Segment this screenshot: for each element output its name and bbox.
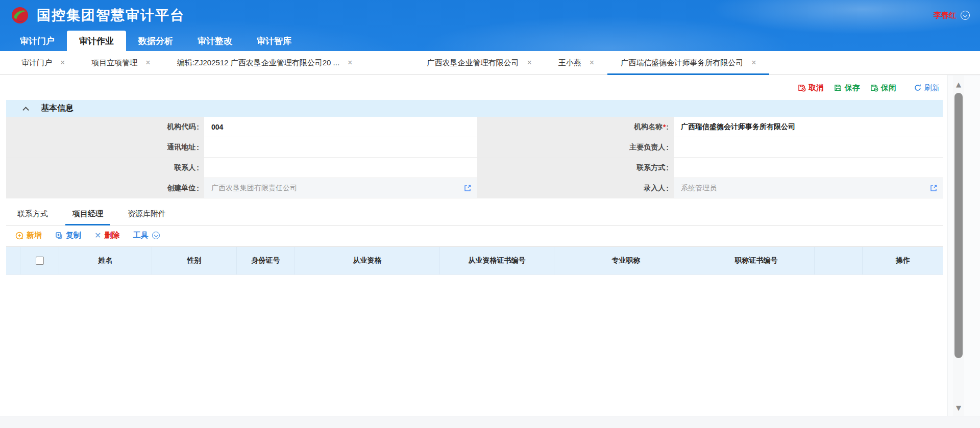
column-qualification-cert-no: 从业资格证书编号	[440, 247, 554, 274]
column-title-cert-no: 职称证书编号	[698, 247, 815, 274]
form-row: 机构代码: 004 机构名称*: 广西瑞信盛德会计师事务所有限公司	[6, 117, 943, 137]
column-id-number: 身份证号	[237, 247, 295, 274]
column-blank	[815, 247, 863, 274]
row-spacer-column	[6, 247, 20, 274]
save-close-icon	[870, 84, 878, 92]
table-toolbar: 新增 复制 ✕ 删除 工具	[6, 225, 943, 245]
close-icon[interactable]: ×	[527, 59, 531, 67]
scrollbar-thumb[interactable]	[954, 93, 963, 358]
tools-chevron-down-icon	[152, 232, 160, 239]
detail-subtabs: 联系方式 项目经理 资源库附件	[6, 203, 943, 225]
add-button[interactable]: 新增	[15, 231, 42, 240]
column-professional-title: 专业职称	[554, 247, 698, 274]
org-code-label: 机构代码:	[6, 117, 204, 137]
contact-person-label: 联系人:	[6, 158, 204, 178]
external-link-icon[interactable]	[464, 185, 471, 192]
refresh-button[interactable]: 刷新	[914, 83, 940, 93]
close-icon[interactable]: ×	[590, 59, 594, 67]
close-icon[interactable]: ×	[60, 59, 65, 67]
contact-method-label: 联系方式:	[477, 158, 674, 178]
primary-nav: 审计门户 审计作业 数据分析 审计整改 审计智库	[0, 31, 980, 51]
doc-tab-project-approval[interactable]: 项目立项管理 ×	[78, 51, 163, 74]
action-buttons: 取消 保存 保闭 刷新	[6, 81, 943, 95]
copy-icon	[55, 232, 63, 239]
subtab-project-manager[interactable]: 项目经理	[65, 203, 110, 225]
user-chevron-down-icon[interactable]	[961, 11, 970, 20]
scroll-down-icon[interactable]: ▼	[953, 404, 964, 412]
doc-tab-audit-portal[interactable]: 审计门户 ×	[8, 51, 78, 74]
doc-tab-gx-nongken[interactable]: 广西农垦企业管理有限公司 ×	[413, 51, 545, 74]
address-label: 通讯地址:	[6, 137, 204, 157]
contact-person-field[interactable]	[204, 158, 477, 178]
page: 国控集团智慧审计平台 李春红 审计门户 审计作业 数据分析 审计整改 审计智库 …	[0, 0, 980, 428]
user-menu[interactable]: 李春红	[934, 11, 970, 20]
section-title: 基本信息	[41, 103, 74, 114]
user-name: 李春红	[934, 11, 957, 20]
close-icon[interactable]: ×	[751, 59, 756, 67]
org-name-field[interactable]: 广西瑞信盛德会计师事务所有限公司	[674, 117, 943, 137]
column-gender: 性别	[152, 247, 237, 274]
external-link-icon[interactable]	[930, 185, 937, 192]
collapse-chevron-up-icon[interactable]	[23, 106, 29, 111]
bottom-strip	[0, 416, 980, 428]
document-tabbar: 审计门户 × 项目立项管理 × 编辑:ZJ202512 广西农垦企业管理有限公司…	[0, 51, 980, 75]
select-all-checkbox[interactable]	[36, 257, 44, 265]
cancel-button[interactable]: 取消	[798, 83, 824, 93]
principal-field[interactable]	[674, 137, 943, 157]
refresh-icon	[914, 84, 922, 92]
nav-item-audit-portal[interactable]: 审计门户	[8, 31, 67, 51]
delete-button[interactable]: ✕ 删除	[94, 231, 119, 240]
doc-tab-ruixin-shengde[interactable]: 广西瑞信盛德会计师事务所有限公司 ×	[607, 51, 769, 74]
contact-method-field[interactable]	[674, 158, 943, 178]
select-all-column	[20, 247, 59, 274]
column-operation: 操作	[863, 247, 943, 274]
column-name: 姓名	[59, 247, 152, 274]
create-unit-field: 广西农垦集团有限责任公司	[204, 178, 477, 198]
content-panel: 取消 保存 保闭 刷新	[0, 75, 947, 416]
doc-tab-edit-zj202512[interactable]: 编辑:ZJ202512 广西农垦企业管理有限公司20 ... ×	[164, 51, 373, 74]
save-button[interactable]: 保存	[834, 83, 860, 93]
address-field[interactable]	[204, 137, 477, 157]
add-circle-icon	[15, 232, 23, 240]
subtab-repository-attachments[interactable]: 资源库附件	[120, 203, 173, 225]
close-icon[interactable]: ×	[145, 59, 150, 67]
tools-button[interactable]: 工具	[133, 231, 160, 240]
delete-x-icon: ✕	[94, 231, 101, 240]
column-qualification: 从业资格	[295, 247, 440, 274]
form-row: 通讯地址: 主要负责人:	[6, 137, 943, 158]
save-close-button[interactable]: 保闭	[870, 83, 896, 93]
app-header: 国控集团智慧审计平台 李春红	[0, 0, 980, 31]
org-code-field[interactable]: 004	[204, 117, 477, 137]
nav-item-audit-work[interactable]: 审计作业	[67, 31, 126, 51]
org-name-label: 机构名称*:	[477, 117, 674, 137]
nav-item-audit-knowledge[interactable]: 审计智库	[244, 31, 304, 51]
doc-tab-wangxiaoyan[interactable]: 王小燕 ×	[545, 51, 607, 74]
cancel-save-icon	[798, 84, 806, 92]
form-row: 联系人: 联系方式:	[6, 158, 943, 178]
nav-item-audit-rectify[interactable]: 审计整改	[185, 31, 244, 51]
vertical-scrollbar: ▲ ▼	[948, 75, 980, 416]
save-icon	[834, 84, 842, 92]
app-title: 国控集团智慧审计平台	[37, 6, 185, 24]
basic-info-section-header[interactable]: 基本信息	[6, 100, 943, 117]
app-header-area: 国控集团智慧审计平台 李春红 审计门户 审计作业 数据分析 审计整改 审计智库	[0, 0, 980, 51]
table-header: 姓名 性别 身份证号 从业资格 从业资格证书编号 专业职称 职称证书编号 操作	[6, 246, 943, 275]
scroll-up-icon[interactable]: ▲	[953, 81, 964, 88]
nav-item-data-analysis[interactable]: 数据分析	[126, 31, 185, 51]
form-row: 创建单位: 广西农垦集团有限责任公司 录入人: 系统管理员	[6, 178, 943, 198]
table-body-empty	[6, 275, 943, 413]
subtab-contact-method[interactable]: 联系方式	[10, 203, 55, 225]
entered-by-field: 系统管理员	[674, 178, 943, 198]
entered-by-label: 录入人:	[477, 178, 674, 198]
close-icon[interactable]: ×	[348, 59, 352, 67]
create-unit-label: 创建单位:	[6, 178, 204, 198]
app-logo-icon	[11, 7, 29, 24]
copy-button[interactable]: 复制	[55, 231, 81, 240]
basic-info-form: 机构代码: 004 机构名称*: 广西瑞信盛德会计师事务所有限公司 通讯地址: …	[6, 117, 943, 198]
principal-label: 主要负责人:	[477, 137, 674, 157]
